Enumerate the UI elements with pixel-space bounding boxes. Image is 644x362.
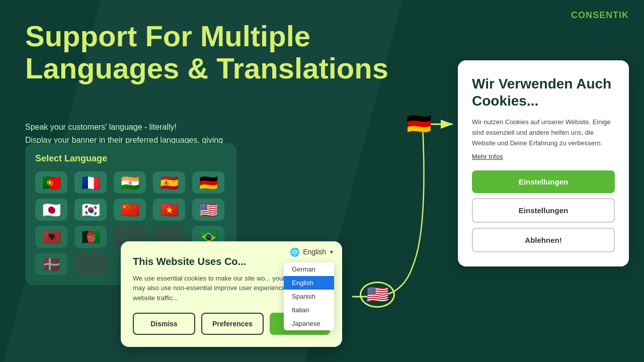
german-card: Wir Verwenden Auch Cookies... Wir nutzen… bbox=[458, 60, 629, 266]
flag-vn[interactable]: 🇻🇳 bbox=[153, 199, 185, 221]
flag-fr[interactable]: 🇫🇷 bbox=[74, 171, 107, 194]
lang-option-german[interactable]: German bbox=[284, 262, 334, 276]
einstellungen-secondary-button[interactable]: Einstellungen bbox=[472, 198, 615, 223]
flag-es[interactable]: 🇪🇸 bbox=[153, 171, 185, 194]
current-language: English bbox=[303, 248, 326, 256]
flag-pt[interactable]: 🇵🇹 bbox=[35, 171, 67, 194]
german-flag-icon: 🇩🇪 bbox=[403, 112, 435, 136]
dismiss-button[interactable]: Dismiss bbox=[133, 313, 195, 335]
flag-al[interactable]: 🇦🇱 bbox=[35, 226, 67, 248]
logo-accent: IK bbox=[619, 10, 629, 20]
us-flag-arrow: 🇺🇸 bbox=[360, 282, 395, 308]
german-card-title: Wir Verwenden Auch Cookies... bbox=[472, 75, 615, 109]
german-card-link[interactable]: Mehr Infos bbox=[472, 153, 615, 160]
subtitle-line1: Speak your customers' language - literal… bbox=[25, 121, 223, 134]
main-heading: Support For Multiple Languages & Transla… bbox=[25, 20, 388, 84]
language-dropdown-menu[interactable]: German English Spanish Italian Japanese bbox=[284, 262, 334, 330]
german-flag-arrow: 🇩🇪 → bbox=[403, 112, 454, 136]
flag-de[interactable]: 🇩🇪 bbox=[192, 171, 224, 194]
lang-selector-title: Select Language bbox=[35, 153, 226, 164]
us-flag-icon: 🇺🇸 bbox=[360, 282, 395, 308]
right-arrow-icon: → bbox=[440, 116, 454, 132]
flag-af[interactable]: 🇦🇫 bbox=[74, 226, 107, 248]
flag-dk[interactable]: 🇩🇰 bbox=[35, 253, 67, 275]
german-card-text: Wir nutzen Cookies auf unserer Website. … bbox=[472, 117, 615, 148]
heading-line2: Languages & Translations bbox=[25, 52, 388, 84]
flag-in[interactable]: 🇮🇳 bbox=[114, 171, 146, 194]
flag-us[interactable]: 🇺🇸 bbox=[192, 199, 224, 221]
lang-option-english[interactable]: English bbox=[284, 276, 334, 290]
flag-cn[interactable]: 🇨🇳 bbox=[114, 199, 146, 221]
flag-jp[interactable]: 🇯🇵 bbox=[35, 199, 67, 221]
ablehnen-button[interactable]: Ablehnen! bbox=[472, 228, 615, 252]
language-dropdown[interactable]: 🌐 English ▼ German English Spanish Itali… bbox=[290, 247, 334, 257]
flag-kr[interactable]: 🇰🇷 bbox=[74, 199, 107, 221]
lang-option-japanese[interactable]: Japanese bbox=[284, 317, 334, 330]
lang-option-spanish[interactable]: Spanish bbox=[284, 290, 334, 303]
cookie-banner: 🌐 English ▼ German English Spanish Itali… bbox=[121, 241, 342, 347]
einstellungen-primary-button[interactable]: Einstellungen bbox=[472, 170, 615, 193]
logo: CONSENTIK bbox=[571, 10, 629, 21]
globe-icon: 🌐 bbox=[290, 247, 300, 257]
lang-option-italian[interactable]: Italian bbox=[284, 303, 334, 317]
heading-line1: Support For Multiple bbox=[25, 20, 388, 52]
chevron-down-icon: ▼ bbox=[329, 249, 334, 255]
flag-xx3[interactable] bbox=[74, 253, 107, 275]
logo-text: CONSENT bbox=[571, 10, 619, 20]
preferences-button[interactable]: Preferences bbox=[201, 313, 264, 335]
